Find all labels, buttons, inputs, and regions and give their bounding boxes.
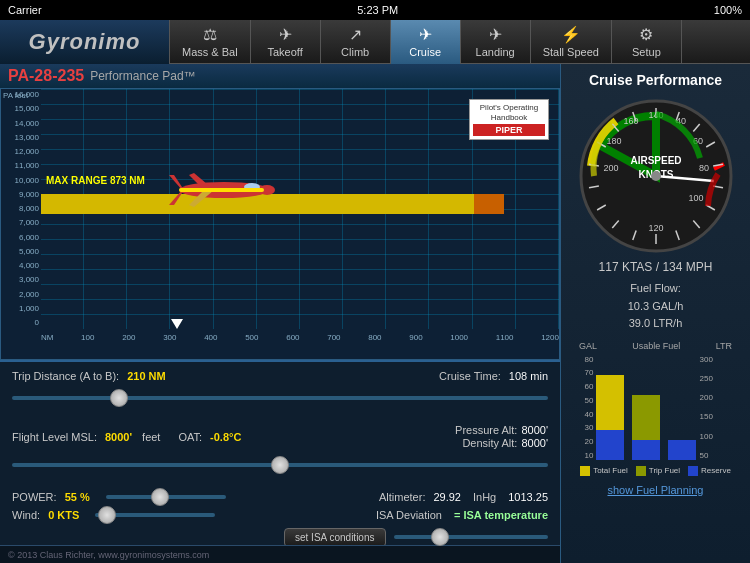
y-label-10000: 10,000 [3,177,39,185]
svg-text:80: 80 [698,163,708,173]
isa-deviation-label: ISA Deviation [376,509,442,521]
setup-icon: ⚙ [639,25,653,44]
y-label-0: 0 [3,319,39,327]
x-axis: NM 100 200 300 400 500 600 700 800 900 1… [41,329,559,359]
legend-total: Total Fuel [580,466,628,476]
poh-text: Pilot's Operating Handbook [473,103,545,122]
y-axis-ltr: 300 250 200 150 100 50 [698,355,723,460]
left-panel: PA-28-235 Performance Pad™ 16,000 15,000… [0,64,560,563]
wind-track [95,513,215,517]
flight-level-row: Flight Level MSL: 8000' feet OAT: -0.8°C… [12,424,548,449]
mass-bal-icon: ⚖ [203,25,217,44]
wind-label: Wind: [12,509,40,521]
aircraft-id: PA-28-235 [8,67,84,85]
tab-cruise[interactable]: ✈ Cruise [391,20,461,64]
fuel-bars-area: 80 70 60 50 40 30 20 10 [571,355,741,460]
stall-icon: ⚡ [561,25,581,44]
main-content: PA-28-235 Performance Pad™ 16,000 15,000… [0,64,750,563]
cruise-bar-orange [474,194,504,214]
max-range-label: MAX RANGE 873 NM [46,175,145,186]
total-fuel-yellow [596,375,624,430]
wind-thumb[interactable] [98,506,116,524]
y-axis-gal: 80 70 60 50 40 30 20 10 [571,355,596,460]
tab-stall-speed[interactable]: ⚡ Stall Speed [531,20,612,64]
speed-readout: 117 KTAS / 134 MPH [599,260,713,274]
gal-60: 60 [585,382,594,391]
legend-total-swatch [580,466,590,476]
density-alt-label: Density Alt: [462,437,517,449]
flight-level-value: 8000' [105,431,132,443]
isa-button[interactable]: set ISA conditions [284,528,386,547]
isa-track [394,535,549,539]
tab-mass-bal-label: Mass & Bal [182,46,238,58]
app-logo: Gyronimo [0,20,170,64]
logo-text: Gyronimo [29,29,141,55]
tab-mass-bal[interactable]: ⚖ Mass & Bal [170,20,251,64]
altimeter-label: Altimeter: [379,491,425,503]
tab-landing[interactable]: ✈ Landing [461,20,531,64]
power-thumb[interactable] [151,488,169,506]
gal-20: 20 [585,437,594,446]
legend-trip: Trip Fuel [636,466,680,476]
x-label-1200: 1200 [541,333,559,342]
chart-area: 16,000 15,000 14,000 13,000 12,000 11,00… [0,88,560,360]
svg-point-40 [651,171,661,181]
flight-level-unit: feet [142,431,160,443]
gal-header: GAL [579,341,597,351]
tab-takeoff[interactable]: ✈ Takeoff [251,20,321,64]
isa-slider[interactable] [394,527,549,547]
x-label-800: 800 [368,333,381,342]
x-label-200: 200 [122,333,135,342]
tab-climb[interactable]: ↗ Climb [321,20,391,64]
power-track [106,495,226,499]
tab-climb-label: Climb [341,46,369,58]
bars-row [596,355,698,460]
controls-panel: Trip Distance (A to B): 210 NM Cruise Ti… [0,360,560,545]
cruise-perf-title: Cruise Performance [589,72,722,88]
gal-50: 50 [585,396,594,405]
y-label-9000: 9,000 [3,191,39,199]
tab-cruise-label: Cruise [409,46,441,58]
trip-reserve-bar [632,440,660,460]
svg-text:100: 100 [688,193,703,203]
time-label: 5:23 PM [357,4,398,16]
trip-slider-row [12,388,548,408]
power-row: POWER: 55 % Altimeter: 29.92 InHg 1013.2… [12,491,548,503]
trip-fuel-bar-wrap [632,355,662,460]
x-label-600: 600 [286,333,299,342]
tab-setup[interactable]: ⚙ Setup [612,20,682,64]
x-label-group: NM 100 200 300 400 500 600 700 800 900 1… [41,333,559,342]
altimeter-pressure: 1013.25 [508,491,548,503]
trip-row: Trip Distance (A to B): 210 NM Cruise Ti… [12,370,548,382]
flight-level-slider[interactable] [12,455,548,475]
oat-value: -0.8°C [210,431,241,443]
oat-label: OAT: [178,431,202,443]
tab-takeoff-label: Takeoff [268,46,303,58]
isa-thumb[interactable] [431,528,449,546]
flight-level-thumb[interactable] [271,456,289,474]
right-panel: Cruise Performance [560,64,750,563]
pressure-alt-value: 8000' [521,424,548,436]
triangle-marker [171,319,183,329]
show-fuel-link[interactable]: show Fuel Planning [607,484,703,496]
y-axis: 16,000 15,000 14,000 13,000 12,000 11,00… [1,89,41,329]
ltr-50: 50 [700,451,709,460]
svg-text:AIRSPEED: AIRSPEED [630,155,681,166]
climb-icon: ↗ [349,25,362,44]
x-label-900: 900 [409,333,422,342]
trip-dist-slider[interactable] [12,388,548,408]
y-label-8000: 8,000 [3,205,39,213]
x-label-400: 400 [204,333,217,342]
legend-total-label: Total Fuel [593,466,628,475]
poh-box: Pilot's Operating Handbook PIPER [469,99,549,140]
cruise-icon: ✈ [419,25,432,44]
y-label-12000: 12,000 [3,148,39,156]
y-label-11000: 11,000 [3,162,39,170]
fuel-flow-label: Fuel Flow: [628,280,684,298]
trip-dist-thumb[interactable] [110,389,128,407]
y-label-13000: 13,000 [3,134,39,142]
total-fuel-blue [596,430,624,460]
gal-70: 70 [585,368,594,377]
pressure-alt-label: Pressure Alt: [455,424,517,436]
flight-level-track [12,463,548,467]
